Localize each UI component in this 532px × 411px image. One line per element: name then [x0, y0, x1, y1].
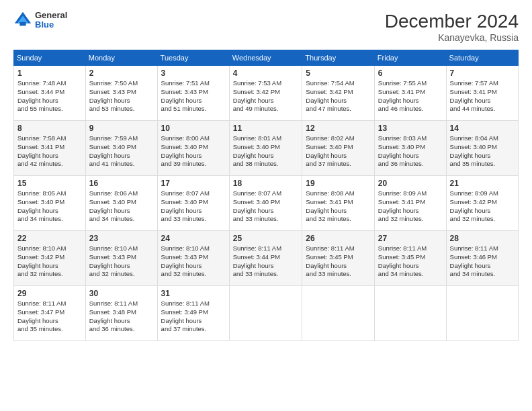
day-of-week-header: Thursday [302, 50, 375, 66]
day-number: 1 [17, 68, 82, 78]
day-number: 13 [378, 124, 443, 133]
day-number: 9 [89, 124, 154, 133]
logo-blue: Blue [35, 20, 67, 30]
day-info: Sunrise: 8:10 AMSunset: 3:43 PMDaylight … [161, 244, 210, 277]
day-number: 8 [17, 124, 82, 133]
day-number: 22 [17, 234, 82, 243]
day-number: 16 [89, 179, 154, 188]
calendar-header-row: SundayMondayTuesdayWednesdayThursdayFrid… [14, 50, 519, 66]
calendar-cell: 15 Sunrise: 8:05 AMSunset: 3:40 PMDaylig… [14, 176, 86, 231]
calendar-cell: 18 Sunrise: 8:07 AMSunset: 3:40 PMDaylig… [229, 176, 302, 231]
calendar-table: SundayMondayTuesdayWednesdayThursdayFrid… [13, 50, 519, 341]
calendar-cell [446, 286, 518, 341]
calendar-cell: 31 Sunrise: 8:11 AMSunset: 3:49 PMDaylig… [157, 286, 229, 341]
day-info: Sunrise: 7:57 AMSunset: 3:41 PMDaylight … [450, 79, 498, 112]
calendar-cell: 14 Sunrise: 8:04 AMSunset: 3:40 PMDaylig… [446, 121, 518, 176]
calendar-cell: 10 Sunrise: 8:00 AMSunset: 3:40 PMDaylig… [157, 121, 229, 176]
page: General Blue December 2024 Kanayevka, Ru… [0, 0, 532, 411]
day-number: 26 [306, 234, 371, 243]
calendar-cell: 20 Sunrise: 8:09 AMSunset: 3:41 PMDaylig… [374, 176, 446, 231]
day-info: Sunrise: 8:11 AMSunset: 3:49 PMDaylight … [161, 300, 210, 332]
day-number: 29 [17, 289, 82, 298]
day-info: Sunrise: 7:51 AMSunset: 3:43 PMDaylight … [161, 79, 210, 112]
day-info: Sunrise: 8:11 AMSunset: 3:45 PMDaylight … [306, 244, 354, 277]
day-info: Sunrise: 8:11 AMSunset: 3:45 PMDaylight … [378, 244, 427, 277]
day-info: Sunrise: 8:11 AMSunset: 3:48 PMDaylight … [89, 300, 138, 332]
calendar-cell: 19 Sunrise: 8:08 AMSunset: 3:41 PMDaylig… [302, 176, 375, 231]
calendar-cell: 28 Sunrise: 8:11 AMSunset: 3:46 PMDaylig… [446, 231, 518, 286]
day-of-week-header: Wednesday [229, 50, 302, 66]
day-of-week-header: Tuesday [157, 50, 229, 66]
day-number: 4 [233, 68, 299, 78]
day-info: Sunrise: 8:07 AMSunset: 3:40 PMDaylight … [233, 189, 281, 222]
day-info: Sunrise: 7:53 AMSunset: 3:42 PMDaylight … [233, 79, 281, 112]
day-number: 31 [161, 289, 226, 298]
calendar-cell: 1 Sunrise: 7:48 AMSunset: 3:44 PMDayligh… [14, 66, 86, 121]
logo: General Blue [13, 11, 67, 30]
calendar-cell: 26 Sunrise: 8:11 AMSunset: 3:45 PMDaylig… [302, 231, 375, 286]
calendar-week-row: 15 Sunrise: 8:05 AMSunset: 3:40 PMDaylig… [14, 176, 519, 231]
day-number: 18 [233, 179, 299, 188]
header: General Blue December 2024 Kanayevka, Ru… [13, 11, 519, 43]
day-number: 2 [89, 68, 154, 78]
day-info: Sunrise: 8:09 AMSunset: 3:41 PMDaylight … [378, 189, 427, 222]
calendar-cell: 11 Sunrise: 8:01 AMSunset: 3:40 PMDaylig… [229, 121, 302, 176]
calendar-cell: 30 Sunrise: 8:11 AMSunset: 3:48 PMDaylig… [85, 286, 157, 341]
day-number: 7 [450, 68, 515, 78]
calendar-cell: 4 Sunrise: 7:53 AMSunset: 3:42 PMDayligh… [229, 66, 302, 121]
day-of-week-header: Sunday [14, 50, 86, 66]
calendar-cell: 8 Sunrise: 7:58 AMSunset: 3:41 PMDayligh… [14, 121, 86, 176]
day-of-week-header: Saturday [446, 50, 518, 66]
day-number: 30 [89, 289, 154, 298]
day-info: Sunrise: 8:04 AMSunset: 3:40 PMDaylight … [450, 134, 498, 167]
day-number: 23 [89, 234, 154, 243]
day-number: 25 [233, 234, 299, 243]
day-info: Sunrise: 8:11 AMSunset: 3:46 PMDaylight … [450, 244, 498, 277]
day-number: 27 [378, 234, 443, 243]
logo-icon [13, 11, 32, 30]
day-info: Sunrise: 8:01 AMSunset: 3:40 PMDaylight … [233, 134, 281, 167]
day-info: Sunrise: 8:11 AMSunset: 3:44 PMDaylight … [233, 244, 281, 277]
day-number: 5 [306, 68, 371, 78]
day-info: Sunrise: 7:48 AMSunset: 3:44 PMDaylight … [17, 79, 66, 112]
day-info: Sunrise: 7:50 AMSunset: 3:43 PMDaylight … [89, 79, 138, 112]
logo-general: General [35, 11, 67, 20]
calendar-week-row: 1 Sunrise: 7:48 AMSunset: 3:44 PMDayligh… [14, 66, 519, 121]
day-info: Sunrise: 8:09 AMSunset: 3:42 PMDaylight … [450, 189, 498, 222]
day-number: 3 [161, 68, 226, 78]
calendar-cell: 24 Sunrise: 8:10 AMSunset: 3:43 PMDaylig… [157, 231, 229, 286]
calendar-cell: 5 Sunrise: 7:54 AMSunset: 3:42 PMDayligh… [302, 66, 375, 121]
day-number: 10 [161, 124, 226, 133]
day-of-week-header: Monday [85, 50, 157, 66]
location: Kanayevka, Russia [385, 32, 519, 43]
day-number: 6 [378, 68, 443, 78]
day-info: Sunrise: 8:02 AMSunset: 3:40 PMDaylight … [306, 134, 354, 167]
calendar-cell: 21 Sunrise: 8:09 AMSunset: 3:42 PMDaylig… [446, 176, 518, 231]
calendar-cell: 27 Sunrise: 8:11 AMSunset: 3:45 PMDaylig… [374, 231, 446, 286]
calendar-cell: 23 Sunrise: 8:10 AMSunset: 3:43 PMDaylig… [85, 231, 157, 286]
day-info: Sunrise: 8:10 AMSunset: 3:43 PMDaylight … [89, 244, 138, 277]
day-number: 17 [161, 179, 226, 188]
calendar-week-row: 22 Sunrise: 8:10 AMSunset: 3:42 PMDaylig… [14, 231, 519, 286]
day-of-week-header: Friday [374, 50, 446, 66]
day-info: Sunrise: 8:07 AMSunset: 3:40 PMDaylight … [161, 189, 210, 222]
day-info: Sunrise: 7:54 AMSunset: 3:42 PMDaylight … [306, 79, 354, 112]
calendar-cell: 6 Sunrise: 7:55 AMSunset: 3:41 PMDayligh… [374, 66, 446, 121]
calendar-cell: 22 Sunrise: 8:10 AMSunset: 3:42 PMDaylig… [14, 231, 86, 286]
calendar-cell: 3 Sunrise: 7:51 AMSunset: 3:43 PMDayligh… [157, 66, 229, 121]
day-info: Sunrise: 8:03 AMSunset: 3:40 PMDaylight … [378, 134, 427, 167]
day-info: Sunrise: 8:08 AMSunset: 3:41 PMDaylight … [306, 189, 354, 222]
calendar-week-row: 29 Sunrise: 8:11 AMSunset: 3:47 PMDaylig… [14, 286, 519, 341]
day-info: Sunrise: 8:05 AMSunset: 3:40 PMDaylight … [17, 189, 66, 222]
day-info: Sunrise: 8:06 AMSunset: 3:40 PMDaylight … [89, 189, 138, 222]
day-number: 19 [306, 179, 371, 188]
svg-rect-2 [19, 22, 26, 26]
day-number: 11 [233, 124, 299, 133]
day-info: Sunrise: 8:00 AMSunset: 3:40 PMDaylight … [161, 134, 210, 167]
calendar-cell: 7 Sunrise: 7:57 AMSunset: 3:41 PMDayligh… [446, 66, 518, 121]
logo-text: General Blue [35, 11, 67, 30]
day-number: 24 [161, 234, 226, 243]
calendar-cell: 17 Sunrise: 8:07 AMSunset: 3:40 PMDaylig… [157, 176, 229, 231]
day-info: Sunrise: 8:11 AMSunset: 3:47 PMDaylight … [17, 300, 66, 332]
calendar-cell: 9 Sunrise: 7:59 AMSunset: 3:40 PMDayligh… [85, 121, 157, 176]
